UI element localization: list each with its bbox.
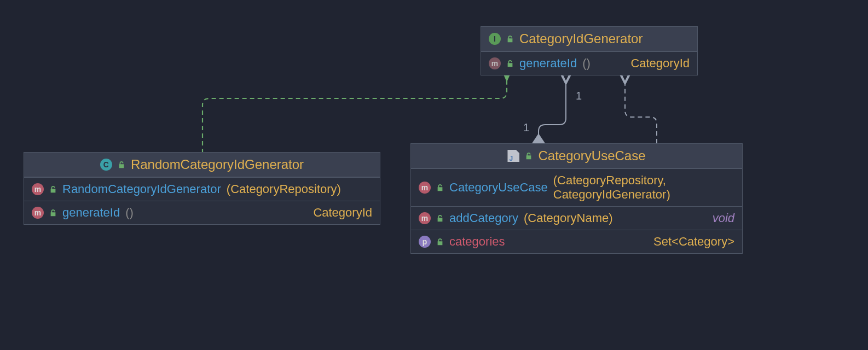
member-type: void	[713, 211, 734, 225]
member-row[interactable]: m CategoryUseCase(CategoryRepository, Ca…	[411, 168, 742, 206]
class-name: CategoryUseCase	[538, 148, 645, 164]
member-row[interactable]: m RandomCategoryIdGenerator(CategoryRepo…	[24, 177, 380, 201]
lock-icon	[506, 60, 514, 67]
member-name: RandomCategoryIdGenerator	[62, 182, 221, 196]
lock-icon	[49, 209, 57, 217]
class-header: C RandomCategoryIdGenerator	[24, 153, 380, 177]
member-row[interactable]: m generateId() CategoryId	[24, 201, 380, 224]
lock-icon	[49, 185, 57, 193]
member-name: generateId	[519, 56, 577, 71]
lock-icon	[436, 214, 444, 222]
class-box-interface[interactable]: I CategoryIdGenerator m generateId() Cat…	[481, 26, 698, 75]
class-box-usecase[interactable]: CategoryUseCase m CategoryUseCase(Catego…	[410, 143, 743, 254]
member-type: Set<Category>	[653, 235, 734, 249]
class-header: CategoryUseCase	[411, 144, 742, 168]
member-name: CategoryUseCase	[449, 180, 548, 195]
method-icon: m	[419, 182, 431, 194]
multiplicity-label: 1	[523, 121, 529, 134]
class-name: CategoryIdGenerator	[519, 31, 643, 46]
member-type: CategoryId	[313, 206, 372, 220]
member-row[interactable]: m generateId() CategoryId	[481, 51, 697, 75]
class-icon: C	[100, 159, 112, 171]
member-row[interactable]: m addCategory(CategoryName) void	[411, 206, 742, 230]
member-type: CategoryId	[630, 56, 690, 71]
member-params: (CategoryRepository, CategoryIdGenerator…	[553, 173, 729, 202]
member-name: generateId	[62, 206, 120, 220]
lock-icon	[436, 238, 444, 246]
class-header: I CategoryIdGenerator	[481, 27, 697, 51]
class-name: RandomCategoryIdGenerator	[131, 157, 304, 172]
lock-icon	[118, 161, 125, 168]
member-name: categories	[449, 235, 505, 249]
member-params: (CategoryName)	[524, 211, 613, 225]
multiplicity-label: 1	[576, 90, 582, 102]
lock-icon	[506, 35, 514, 43]
member-params: ()	[125, 206, 134, 220]
method-icon: m	[32, 207, 44, 219]
method-icon: m	[419, 212, 431, 224]
java-file-icon	[507, 150, 519, 162]
method-icon: m	[32, 183, 44, 195]
lock-icon	[436, 184, 444, 191]
member-params: (CategoryRepository)	[227, 182, 341, 196]
member-params: ()	[582, 56, 591, 71]
class-box-impl[interactable]: C RandomCategoryIdGenerator m RandomCate…	[24, 152, 380, 225]
method-abstract-icon: m	[489, 57, 501, 69]
lock-icon	[525, 152, 533, 160]
member-row[interactable]: p categories Set<Category>	[411, 230, 742, 253]
property-icon: p	[419, 236, 431, 248]
interface-icon: I	[489, 33, 501, 45]
member-name: addCategory	[449, 211, 518, 225]
